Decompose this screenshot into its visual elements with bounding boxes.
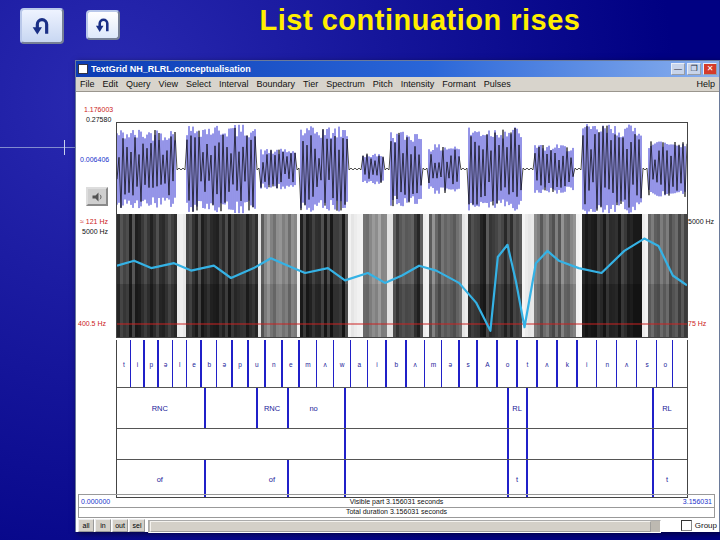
- interval-label: p: [238, 360, 242, 367]
- end-time[interactable]: 3.156031: [683, 498, 712, 505]
- tier-boundary[interactable]: [200, 340, 202, 387]
- tier-boundary[interactable]: [507, 460, 509, 497]
- tier-boundary[interactable]: [350, 340, 352, 387]
- menu-items: FileEditQueryViewSelectIntervalBoundaryT…: [80, 79, 511, 89]
- tier-boundary[interactable]: [367, 340, 369, 387]
- tier-boundary[interactable]: [130, 340, 132, 387]
- interval-label: ə: [164, 360, 168, 367]
- tier-boundary[interactable]: [441, 340, 443, 387]
- zoom-out-button[interactable]: out: [112, 519, 128, 532]
- textgrid-tiers[interactable]: tipəlebəpunemʌwaibʌməsAotʌkinʌsoRNCRNCno…: [116, 340, 688, 498]
- tier-boundary[interactable]: [556, 340, 558, 387]
- menu-item-edit[interactable]: Edit: [103, 79, 119, 89]
- visible-part-button[interactable]: Visible part 3.156031 seconds: [79, 498, 714, 505]
- menu-item-boundary[interactable]: Boundary: [256, 79, 295, 89]
- window-title: TextGrid NH_RLRL.conceptualisation: [91, 64, 668, 74]
- maximize-button[interactable]: ❐: [687, 63, 701, 75]
- menu-item-tier[interactable]: Tier: [303, 79, 318, 89]
- menu-item-help[interactable]: Help: [696, 79, 715, 89]
- tier-boundary[interactable]: [216, 340, 218, 387]
- tier-boundary[interactable]: [344, 388, 346, 428]
- tier-boundary[interactable]: [526, 460, 528, 497]
- tier-boundary[interactable]: [281, 340, 283, 387]
- zoom-all-button[interactable]: all: [78, 519, 94, 532]
- tier-boundary[interactable]: [143, 340, 145, 387]
- menu-item-file[interactable]: File: [80, 79, 95, 89]
- menu-item-spectrum[interactable]: Spectrum: [326, 79, 365, 89]
- window-titlebar[interactable]: TextGrid NH_RLRL.conceptualisation — ❐ ✕: [76, 61, 719, 77]
- interval-label: n: [605, 360, 609, 367]
- tier-boundary[interactable]: [476, 340, 478, 387]
- tier-boundary[interactable]: [385, 340, 387, 387]
- scrollbar-thumb[interactable]: [150, 521, 651, 532]
- tier-boundary[interactable]: [247, 340, 249, 387]
- waveform-panel[interactable]: [116, 122, 688, 216]
- menu-item-query[interactable]: Query: [126, 79, 151, 89]
- tier-boundary[interactable]: [287, 460, 289, 497]
- tier-boundary[interactable]: [172, 340, 174, 387]
- tier-boundary[interactable]: [256, 388, 258, 428]
- back-button-secondary[interactable]: [86, 10, 120, 40]
- tier-boundary[interactable]: [496, 340, 498, 387]
- group-checkbox[interactable]: [681, 520, 692, 531]
- tier-3[interactable]: [117, 429, 687, 460]
- tier-boundary[interactable]: [507, 388, 509, 428]
- horizontal-scrollbar[interactable]: [148, 520, 661, 533]
- tier-boundary[interactable]: [516, 340, 518, 387]
- tier-boundary[interactable]: [316, 340, 318, 387]
- menu-item-pulses[interactable]: Pulses: [484, 79, 511, 89]
- slide-title: List continuation rises: [150, 4, 690, 37]
- tier-boundary[interactable]: [458, 340, 460, 387]
- tier-boundary[interactable]: [287, 388, 289, 428]
- spectrogram-panel[interactable]: [116, 214, 688, 338]
- tier-boundary[interactable]: [344, 429, 346, 459]
- tier-boundary[interactable]: [405, 340, 407, 387]
- tier-boundary[interactable]: [298, 340, 300, 387]
- interval-label: ʌ: [413, 360, 416, 367]
- tier-boundary[interactable]: [672, 340, 674, 387]
- tier-1[interactable]: tipəlebəpunemʌwaibʌməsAotʌkinʌso: [117, 340, 687, 388]
- menu-item-select[interactable]: Select: [186, 79, 211, 89]
- start-time[interactable]: 0.000000: [81, 498, 110, 505]
- zoom-in-button[interactable]: in: [95, 519, 111, 532]
- tier-boundary[interactable]: [424, 340, 426, 387]
- tier-boundary[interactable]: [596, 340, 598, 387]
- tier-boundary[interactable]: [526, 388, 528, 428]
- tier-boundary[interactable]: [204, 388, 206, 428]
- tier-boundary[interactable]: [536, 340, 538, 387]
- tier-boundary[interactable]: [157, 340, 159, 387]
- interval-label: RL: [662, 404, 672, 413]
- back-button[interactable]: [20, 8, 64, 44]
- tier-boundary[interactable]: [264, 340, 266, 387]
- tier-boundary[interactable]: [526, 429, 528, 459]
- zoom-sel-button[interactable]: sel: [129, 519, 145, 532]
- tier-boundary[interactable]: [616, 340, 618, 387]
- menu-item-view[interactable]: View: [159, 79, 178, 89]
- tier-boundary[interactable]: [576, 340, 578, 387]
- tier-boundary[interactable]: [333, 340, 335, 387]
- menu-item-interval[interactable]: Interval: [219, 79, 249, 89]
- menu-item-formant[interactable]: Formant: [442, 79, 476, 89]
- menu-item-pitch[interactable]: Pitch: [373, 79, 393, 89]
- interval-label: t: [526, 360, 528, 367]
- tier-boundary[interactable]: [652, 429, 654, 459]
- tier-4[interactable]: ofoftt: [117, 460, 687, 497]
- interval-label: s: [466, 360, 469, 367]
- speaker-glyph: [90, 191, 104, 203]
- tier-boundary[interactable]: [652, 388, 654, 428]
- speaker-icon[interactable]: [86, 187, 108, 206]
- tier-boundary[interactable]: [652, 460, 654, 497]
- menu-item-intensity[interactable]: Intensity: [401, 79, 435, 89]
- tier-boundary[interactable]: [231, 340, 233, 387]
- interval-label: e: [289, 360, 293, 367]
- tier-2[interactable]: RNCRNCnoRLRL: [117, 388, 687, 429]
- tier-boundary[interactable]: [656, 340, 658, 387]
- minimize-button[interactable]: —: [671, 63, 685, 75]
- tier-boundary[interactable]: [344, 460, 346, 497]
- tier-boundary[interactable]: [636, 340, 638, 387]
- tier-boundary[interactable]: [186, 340, 188, 387]
- close-button[interactable]: ✕: [703, 63, 717, 75]
- tier-boundary[interactable]: [204, 460, 206, 497]
- interval-label: no: [309, 404, 317, 413]
- tier-boundary[interactable]: [507, 429, 509, 459]
